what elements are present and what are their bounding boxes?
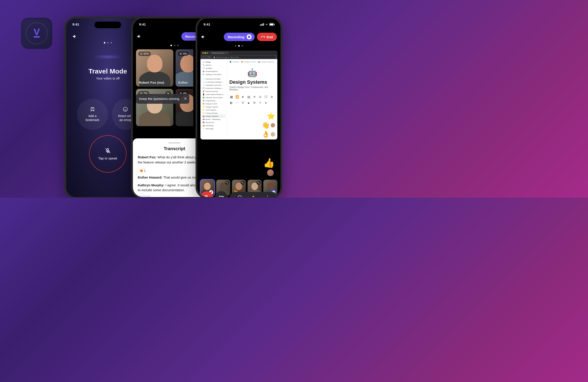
sidebar-page[interactable]: 📁Design Projects xyxy=(202,105,226,108)
travel-mode-subtitle: Your video is off xyxy=(96,76,120,80)
status-bar: 9:41 xyxy=(197,22,280,26)
recording-pill[interactable]: Recording xyxy=(224,33,254,41)
sidebar-page[interactable]: 📣Brand + Marketing xyxy=(202,118,226,121)
participant-name: Robert Fox (me) xyxy=(139,80,164,84)
sidebar-updates[interactable]: 🕐Updates xyxy=(202,67,226,70)
end-label: End xyxy=(267,35,273,39)
sidebar-page[interactable]: 🚀Launch process xyxy=(202,90,226,93)
mute-button[interactable] xyxy=(200,191,213,198)
sidebar-page[interactable]: 📁Product Design xyxy=(202,112,226,115)
add-bookmark-button[interactable]: Add a bookmark xyxy=(77,99,108,130)
svg-point-6 xyxy=(238,196,242,198)
sidebar-page[interactable]: 💬Customer Feedback - ... xyxy=(202,87,226,90)
sidebar-page[interactable]: 🎨Design & UXR xyxy=(202,102,226,105)
more-button[interactable] xyxy=(265,195,270,198)
doc-subtitle: Vowel's design Core, Components, and Mod… xyxy=(229,86,275,91)
participant-name: Esther xyxy=(178,81,188,84)
participant-tile[interactable]: 8% Esther xyxy=(176,49,193,87)
muted-icon xyxy=(241,181,245,185)
sidebar-settings[interactable]: ⚙Settings & members xyxy=(202,73,226,76)
notion-document: 👤General/ 🎨Design & UXR/ 🤖Design Systems… xyxy=(227,59,277,140)
notion-sidebar: VVowel 🔍Search 🕐Updates ▦All teamspaces … xyxy=(200,59,227,140)
tap-to-speak-label: Tap to speak xyxy=(98,156,117,160)
close-icon[interactable]: × xyxy=(226,52,227,54)
participant-tile[interactable]: 82% Robert Fox (me) xyxy=(136,49,173,87)
hangup-icon xyxy=(261,35,265,39)
floating-reactions: ⭐ 👋 👌 xyxy=(262,112,275,138)
app-icon-ring: V xyxy=(25,22,48,44)
bookmark-label-1: Add a xyxy=(85,114,99,118)
speaker-icon[interactable] xyxy=(72,34,77,39)
thumbs-up-reaction: 👍 xyxy=(263,158,275,168)
close-icon[interactable]: ✕ xyxy=(184,96,187,101)
sidebar-page[interactable]: 🛠️Engineering xyxy=(202,99,226,102)
battery-icon xyxy=(269,23,274,26)
browser-tab[interactable]: Design Systems× xyxy=(210,52,229,54)
speaker-icon[interactable] xyxy=(201,34,206,39)
new-tab-icon[interactable]: + xyxy=(231,52,231,54)
sidebar-page[interactable]: 🚚Marketing xyxy=(202,124,226,127)
workspace-name[interactable]: Vowel xyxy=(206,61,211,63)
call-toolbar: ✋ xyxy=(200,191,277,198)
reaction-avatar xyxy=(267,169,274,176)
muted-icon xyxy=(225,181,229,185)
ambient-glow xyxy=(92,56,123,58)
bookmark-label-2: bookmark xyxy=(85,118,99,122)
sidebar-page[interactable]: 📁UXR Projects xyxy=(202,108,226,112)
talk-time-badge: 8% xyxy=(178,52,189,56)
app-logo-underline xyxy=(34,36,40,38)
app-icon: V xyxy=(21,18,52,49)
shared-screen: Design Systems× + ← → ⟳ 🔒 Search Google … xyxy=(200,51,277,140)
toolbar-extras: ✋ xyxy=(230,192,277,198)
reaction-chip[interactable]: 😍1 xyxy=(138,168,147,173)
sidebar-page[interactable]: 📄In-meeting redesign f... xyxy=(202,80,226,83)
toast-text: Keep the questions coming xyxy=(139,97,179,101)
page-indicator[interactable] xyxy=(104,42,112,43)
doc-title: Design Systems xyxy=(229,79,275,85)
sidebar-page[interactable]: 📄Hackathon Q4 2021: ... xyxy=(202,83,226,87)
sidebar-page[interactable]: 📚Resources xyxy=(202,121,226,124)
status-time: 9:41 xyxy=(204,22,210,26)
muted-icon xyxy=(256,181,260,185)
sidebar-page[interactable]: 🤖Design Systems xyxy=(202,115,226,118)
status-time: 9:41 xyxy=(139,22,146,26)
phone-screenshare: 9:41 Recording End xyxy=(196,17,282,198)
svg-point-8 xyxy=(267,197,268,198)
sidebar-teamspaces[interactable]: ▦All teamspaces xyxy=(202,70,226,73)
recording-label: Recording xyxy=(228,35,244,39)
reload-icon[interactable]: ⟳ xyxy=(209,56,210,58)
status-time: 9:41 xyxy=(72,22,79,26)
sidebar-page[interactable]: 📗Effective Scrum Mast... xyxy=(202,96,226,99)
note-chip[interactable]: 1 note xyxy=(138,195,151,198)
forward-icon[interactable]: → xyxy=(205,56,207,58)
breadcrumb[interactable]: 👤General/ 🎨Design & UXR/ 🤖Design Systems xyxy=(229,61,275,63)
sidebar-page[interactable]: 📱Vowel Native Mobile S... xyxy=(202,93,226,96)
app-logo-letter: V xyxy=(34,29,40,35)
drag-handle[interactable] xyxy=(168,142,180,143)
talk-time-badge: 82% xyxy=(138,52,151,56)
browser-toolbar: ← → ⟳ 🔒 Search Google or type a URL xyxy=(200,55,277,59)
svg-rect-5 xyxy=(219,196,222,198)
page-indicator[interactable] xyxy=(197,45,280,47)
travel-mode-title: Travel Mode xyxy=(88,67,127,75)
sidebar-page[interactable]: 📄Important Q4 dates xyxy=(202,77,226,80)
browser-tabs: Design Systems× + xyxy=(200,51,277,55)
doc-icon-grid: ▦📶➤▤# ⊙ⓘ⊘◐⋯ ⊙▲⊘=▸ xyxy=(229,95,275,105)
tap-to-speak-button[interactable]: Tap to speak xyxy=(89,135,126,173)
camera-button[interactable] xyxy=(215,191,228,198)
end-call-button[interactable]: End xyxy=(257,33,277,41)
toast-message: Keep the questions coming ✕ xyxy=(136,94,189,104)
sidebar-search[interactable]: 🔍Search xyxy=(202,63,226,67)
wifi-icon xyxy=(265,23,269,26)
back-icon[interactable]: ← xyxy=(202,56,204,58)
speaker-icon[interactable] xyxy=(137,34,142,39)
stop-icon xyxy=(247,34,252,39)
signal-icon xyxy=(260,23,264,26)
react-label-2: an emoji xyxy=(118,118,132,122)
react-label-1: React with xyxy=(118,114,132,118)
sidebar-new-page[interactable]: +New page xyxy=(202,127,226,130)
doc-emoji: 🤖 xyxy=(229,68,275,78)
url-bar[interactable]: 🔒 Search Google or type a URL xyxy=(211,56,275,59)
raise-hand-button[interactable]: ✋ xyxy=(251,195,256,198)
emoji-button[interactable] xyxy=(238,195,242,198)
